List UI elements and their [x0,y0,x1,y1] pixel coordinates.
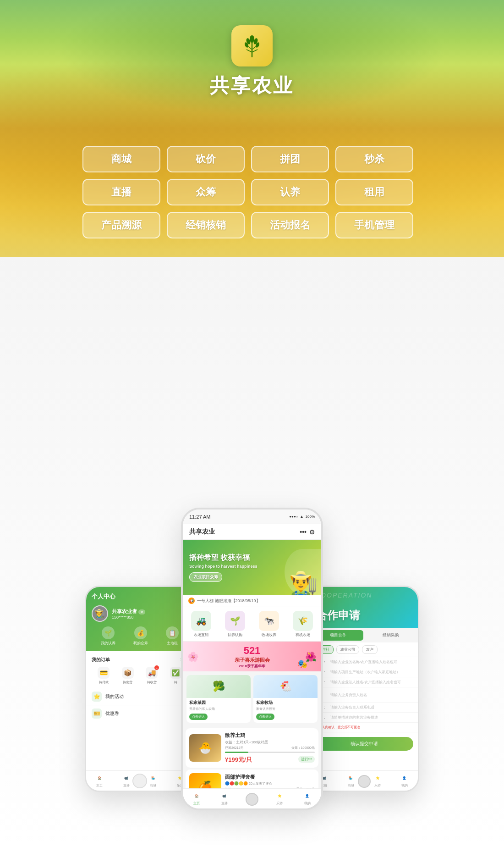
product-chicken[interactable]: 🐣 散养土鸡 收益：土鸡1只+100枚鸡蛋 已筹26212元 众筹：100000… [186,728,318,768]
icon-ranch[interactable]: 🐄 牧场牧养 [253,611,285,637]
feature-btn-group[interactable]: 拼团 [251,146,329,172]
center-app-name-bar: 共享农业 ••• ⊙ [183,524,321,540]
nav-home[interactable]: 🏠 主页 [86,774,113,788]
mall-icon: 🏪 [149,774,157,782]
right-tour-icon: ⭐ [373,774,382,782]
scan-icon[interactable]: ⊙ [309,528,315,536]
order-pending-review[interactable]: ✅ 待 [170,667,182,685]
form-note: 请对认真确认，提交后不可更改 [311,723,418,732]
user-badge: V [138,609,145,614]
center-tour-icon: ⭐ [275,792,284,800]
app-title: 共享农业 [210,73,294,99]
left-phone-nav: 🏠 主页 📹 直播 🏪 商城 ⭐ 乐游 [86,770,193,791]
home-icon: 🏠 [95,774,104,782]
icon-organic[interactable]: 🌾 有机农场 [287,611,318,637]
signal-icon: ●●●○ [289,515,298,519]
phone-right: 合作申请 项目合作 经销采购 合作社 农业公司 农户 名称： 请输入企业的名称/… [309,586,419,792]
user-phone: 150*****858 [112,615,145,620]
svg-line-8 [252,46,257,50]
chicken-title: 散养土鸡 [225,732,315,739]
confirm-btn[interactable]: 确认提交申请 [315,737,413,751]
activity-icon: ⭐ [92,692,102,702]
feature-btn-bargain[interactable]: 砍价 [167,146,245,172]
farmer-figure: 👨‍🌾 [289,572,318,595]
type-farmer[interactable]: 农户 [362,645,378,654]
chicken-status: 进行中 [298,756,315,763]
festival-banner: 521 亲子喜乐游园会 2018亲子嘉年华 🌸 🌺 🎭 [183,642,321,671]
wifi-icon: ▲ [300,515,304,519]
icon-farm-direct[interactable]: 🚜 农场直销 [186,611,217,637]
menu-dots[interactable]: ••• [300,528,307,536]
center-nav-mine[interactable]: 👤 我的 [294,792,321,806]
feature-btn-rent[interactable]: 租用 [335,179,413,205]
ranch-img: 🐔 [253,675,318,698]
feature-btn-crowdfund[interactable]: 众筹 [167,179,245,205]
center-nav-home[interactable]: 🏠 主页 [183,792,210,806]
orders-title: 我的订单 全部 [92,657,188,663]
user-name: 共享农业者 V [112,608,145,615]
type-company[interactable]: 农业公司 [336,645,359,654]
home-button[interactable] [132,774,147,788]
right-home-button[interactable] [358,775,371,788]
menu-my-activity[interactable]: ⭐ 我的活动 [86,688,193,705]
coupon-icon: 🎫 [92,709,102,719]
form-phone: 电话： 请输入业务负责人联系电话 [311,703,418,713]
banner-button[interactable]: 农业项目众筹 [189,572,222,582]
garden-title: 私家菜园 [186,698,251,707]
feature-btn-trace[interactable]: 产品溯源 [82,212,160,238]
center-bottom-nav: 🏠 主页 📹 直播 🏪 商城 ⭐ 乐游 👤 我的 [183,788,321,808]
farm-direct-icon: 🚜 [191,611,211,631]
battery: 100% [306,515,315,519]
feature-btn-activity[interactable]: 活动报名 [251,212,329,238]
chicken-img: 🐣 [189,734,221,762]
facial-title: 面部护理套餐 [225,774,315,781]
garden-sub: 开辟你的私人农场 [186,707,251,711]
personal-icon-crowdfund[interactable]: 💰 我的众筹 [133,626,148,646]
chicken-progress-bar-track [225,752,315,753]
organic-icon: 🌾 [293,611,313,631]
menu-coupons[interactable]: 🎫 优惠卷 [86,705,193,722]
festival-deco-1: 🌸 [187,651,199,662]
feature-btn-mobile[interactable]: 手机管理 [335,212,413,238]
feature-btn-adopt[interactable]: 认养 [251,179,329,205]
tab-dealer[interactable]: 经销采购 [365,630,416,641]
center-nav-tour[interactable]: ⭐ 乐游 [266,792,293,806]
svg-line-9 [252,50,257,52]
feature-btn-mall[interactable]: 商城 [82,146,160,172]
ranch-sub: 家禽认养投资 [253,707,318,711]
feature-btn-live[interactable]: 直播 [82,179,160,205]
center-scroll-content: 播种希望 收获幸福 Sowing hope to harvest happine… [183,540,321,788]
center-nav-live[interactable]: 📹 直播 [210,792,238,806]
personal-icons: 🌱 我的认养 💰 我的众筹 📋 土地租 [92,626,188,646]
personal-icon-adopt[interactable]: 🌱 我的认养 [101,626,115,646]
prod-card-garden[interactable]: 🥦 私家菜园 开辟你的私人农场 点击进入 [186,675,251,723]
product-facial[interactable]: 🍊 面部护理套餐 🔵🔴🟢🟡🟠 20人发表了评论 价格：¥98.00 已售：261… [186,769,318,788]
prod-card-ranch[interactable]: 🐔 私家牧场 家禽认养投资 点击进入 [253,675,318,723]
center-icon-grid: 🚜 农场直销 🌱 认养认购 🐄 牧场牧养 🌾 有机农场 [183,607,321,642]
facial-img: 🍊 [189,773,221,788]
order-pending-receive[interactable]: 🚚1 待收货 [146,667,158,685]
order-pending-pay[interactable]: 💳 待付款 [98,667,110,685]
app-branding: 共享农业 [210,25,294,99]
facial-avatars: 🔵🔴🟢🟡🟠 20人发表了评论 [225,781,315,786]
festival-deco-3: 🎭 [297,659,307,669]
form-address: 地址： 请输入项目生产地址（农户输入家庭地址） [311,667,418,677]
feature-btn-dealer[interactable]: 经销核销 [167,212,245,238]
center-home-icon: 🏠 [192,792,201,800]
coop-header: 合作申请 [311,587,418,628]
adopt-icon: 🌱 [225,611,245,631]
notification-bar[interactable]: 📢 一号大棚 施肥灌溉【2018/05/19】 [183,595,321,607]
garden-img: 🥦 [186,675,251,698]
festival-subtitle: 亲子喜乐游园会 [235,657,270,664]
personal-title: 个人中心 •• [92,592,188,601]
order-pending-ship[interactable]: 📦 待发货 [122,667,134,685]
right-nav-mine[interactable]: 👤 我的 [391,774,418,788]
garden-btn[interactable]: 点击进入 [189,714,208,720]
center-app-name: 共享农业 [189,528,215,536]
center-home-button[interactable] [246,793,258,806]
coop-type-tabs: 合作社 农业公司 农户 [311,642,418,657]
feature-btn-flash[interactable]: 秒杀 [335,146,413,172]
personal-icon-land[interactable]: 📋 土地租 [166,626,179,646]
icon-adopt[interactable]: 🌱 认养认购 [219,611,251,637]
ranch-btn[interactable]: 点击进入 [256,714,274,720]
